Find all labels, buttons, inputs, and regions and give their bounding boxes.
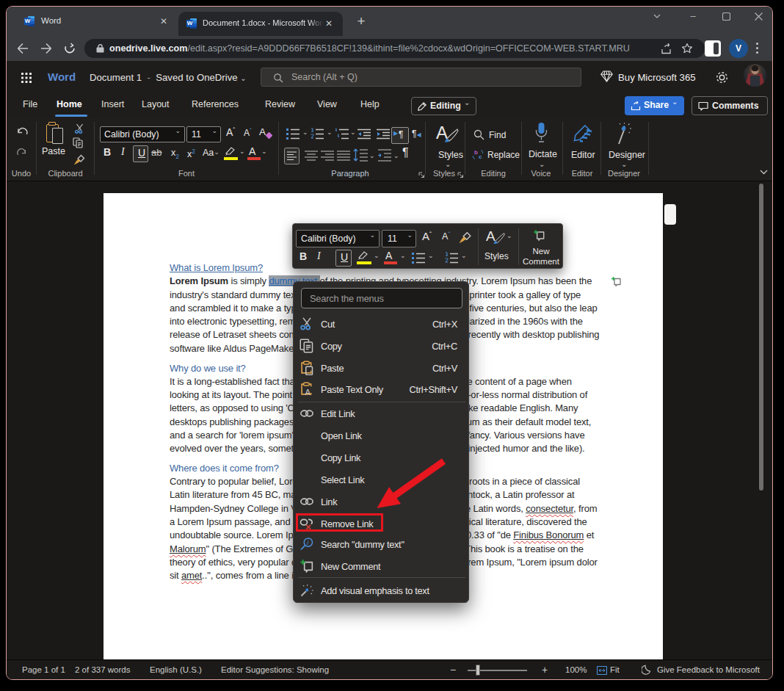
svg-text:b: b [474, 149, 478, 156]
svg-text:c: c [479, 153, 482, 160]
svg-text:i: i [307, 539, 309, 546]
svg-text:A: A [305, 388, 311, 397]
